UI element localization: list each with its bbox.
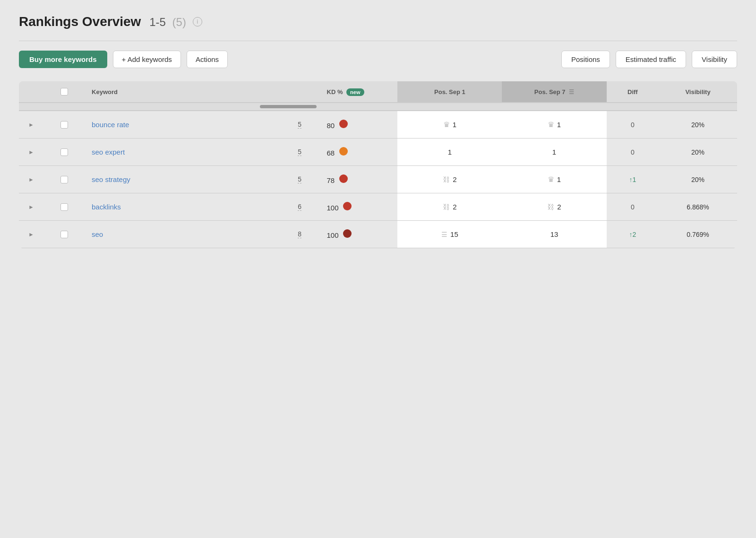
- num-cell: 5: [280, 111, 319, 139]
- table-wrapper: Keyword KD % new Pos. Sep 1 Pos. Sep 7 ☰: [19, 81, 737, 248]
- keyword-link[interactable]: backlinks: [92, 203, 121, 211]
- visibility-cell: 0.769%: [659, 221, 737, 248]
- th-pos-sep7[interactable]: Pos. Sep 7 ☰: [502, 81, 606, 103]
- actions-button[interactable]: Actions: [187, 51, 228, 68]
- expand-cell: ►: [19, 139, 53, 166]
- expand-button[interactable]: ►: [26, 230, 36, 239]
- visibility-value: 20%: [691, 121, 704, 129]
- pos1-number: 2: [453, 203, 456, 211]
- kd-num: 100: [327, 231, 339, 239]
- pos-sep7-cell: ♛ 1: [502, 166, 606, 193]
- row-checkbox[interactable]: [60, 176, 68, 183]
- crown-icon: ♛: [548, 120, 554, 129]
- visibility-cell: 20%: [659, 139, 737, 166]
- row-checkbox[interactable]: [60, 203, 68, 211]
- keyword-link[interactable]: bounce rate: [92, 121, 129, 129]
- visibility-cell: 20%: [659, 166, 737, 193]
- visibility-value: 20%: [691, 148, 704, 156]
- kd-new-badge: new: [346, 88, 364, 96]
- kd-dot: [343, 229, 352, 238]
- th-expand: [19, 81, 53, 103]
- table-row: ► seo expert 5 68 1 1 0: [19, 139, 737, 166]
- header-divider: [19, 41, 737, 41]
- pos7-number: 1: [552, 148, 556, 156]
- expand-button[interactable]: ►: [26, 121, 36, 129]
- expand-cell: ►: [19, 193, 53, 221]
- pos-sep7-value: ⛓ 2: [509, 203, 599, 211]
- count-text: (5): [172, 16, 186, 28]
- row-checkbox[interactable]: [60, 121, 68, 129]
- info-icon[interactable]: i: [193, 17, 202, 26]
- keyword-link[interactable]: seo strategy: [92, 175, 130, 183]
- diff-cell: 0: [607, 111, 659, 139]
- expand-button[interactable]: ►: [26, 148, 36, 156]
- pos-sep1-cell: 1: [397, 139, 502, 166]
- diff-value: 0: [631, 203, 635, 211]
- pos-sep1-value: ☰ 15: [405, 230, 494, 238]
- check-cell: [53, 221, 84, 248]
- expand-button[interactable]: ►: [26, 175, 36, 184]
- keyword-cell: seo: [84, 221, 280, 248]
- visibility-cell: 20%: [659, 111, 737, 139]
- buy-keywords-button[interactable]: Buy more keywords: [19, 51, 107, 68]
- th-diff: Diff: [607, 81, 659, 103]
- check-cell: [53, 139, 84, 166]
- diff-cell: ↑2: [607, 221, 659, 248]
- diff-cell: 0: [607, 139, 659, 166]
- title-text: Rankings Overview: [19, 14, 141, 29]
- table-row: ► seo 8 100 ☰ 15 13 ↑2: [19, 221, 737, 248]
- th-keyword: Keyword: [84, 81, 280, 103]
- num-value: 5: [298, 148, 301, 156]
- num-value: 6: [298, 203, 301, 211]
- pos-sep7-value: 13: [509, 230, 599, 238]
- keyword-cell: seo strategy: [84, 166, 280, 193]
- kd-cell: 68: [319, 139, 398, 166]
- pos-sep7-value: ♛ 1: [509, 175, 599, 184]
- check-cell: [53, 193, 84, 221]
- th-kd: KD % new: [319, 81, 398, 103]
- add-keywords-button[interactable]: + Add keywords: [113, 51, 181, 68]
- link-icon: ⛓: [547, 203, 554, 211]
- crown-icon: ♛: [548, 175, 554, 184]
- visibility-cell: 6.868%: [659, 193, 737, 221]
- th-pos-sep1[interactable]: Pos. Sep 1: [397, 81, 502, 103]
- pos7-number: 1: [557, 175, 561, 183]
- kd-dot: [343, 202, 352, 210]
- pos-sep1-value: ⛓ 2: [405, 203, 494, 211]
- pos-sep1-cell: ♛ 1: [397, 111, 502, 139]
- expand-cell: ►: [19, 111, 53, 139]
- expand-button[interactable]: ►: [26, 203, 36, 211]
- list-icon: ☰: [441, 231, 447, 238]
- pos1-number: 1: [453, 121, 456, 129]
- num-value: 5: [298, 175, 301, 183]
- kd-num: 78: [327, 176, 335, 184]
- estimated-traffic-tab[interactable]: Estimated traffic: [616, 51, 686, 68]
- table-row: ► bounce rate 5 80 ♛ 1 ♛ 1 0: [19, 111, 737, 139]
- rankings-table: Keyword KD % new Pos. Sep 1 Pos. Sep 7 ☰: [19, 81, 737, 248]
- th-checkbox: [53, 81, 84, 103]
- diff-value: 0: [631, 148, 635, 156]
- kd-dot: [339, 120, 348, 128]
- visibility-tab[interactable]: Visibility: [692, 51, 737, 68]
- row-checkbox[interactable]: [60, 148, 68, 156]
- diff-cell: ↑1: [607, 166, 659, 193]
- kd-cell: 80: [319, 111, 398, 139]
- row-checkbox[interactable]: [60, 231, 68, 238]
- num-cell: 5: [280, 139, 319, 166]
- visibility-value: 20%: [691, 176, 704, 183]
- pos-sep7-value: 1: [509, 148, 599, 156]
- kd-num: 68: [327, 149, 335, 157]
- kd-num: 80: [327, 121, 335, 130]
- select-all-checkbox[interactable]: [60, 88, 68, 95]
- keyword-link[interactable]: seo: [92, 230, 103, 238]
- pos-sep7-cell: ♛ 1: [502, 111, 606, 139]
- keyword-link[interactable]: seo expert: [92, 148, 125, 156]
- page-title: Rankings Overview 1-5 (5): [19, 14, 186, 29]
- diff-value: 0: [631, 121, 635, 129]
- positions-tab[interactable]: Positions: [561, 51, 610, 68]
- keyword-cell: bounce rate: [84, 111, 280, 139]
- table-header-row: Keyword KD % new Pos. Sep 1 Pos. Sep 7 ☰: [19, 81, 737, 103]
- keyword-cell: backlinks: [84, 193, 280, 221]
- pos-sep1-value: 1: [405, 148, 494, 156]
- pos-sep1-value: ♛ 1: [405, 120, 494, 129]
